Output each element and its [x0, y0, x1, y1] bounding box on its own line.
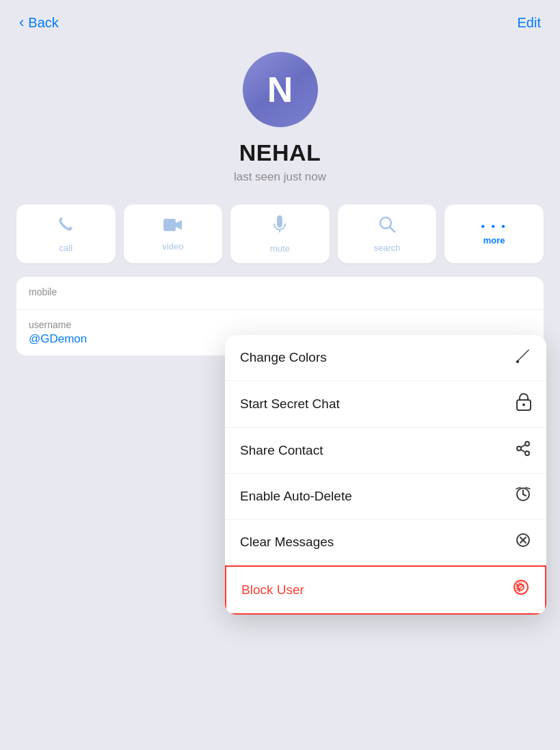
clear-messages-icon	[515, 532, 531, 552]
mobile-row: mobile	[16, 277, 544, 310]
share-contact-label: Share Contact	[240, 443, 323, 458]
mute-button[interactable]: mute	[230, 204, 330, 263]
start-secret-chat-item[interactable]: Start Secret Chat	[225, 381, 546, 428]
video-icon	[163, 216, 183, 237]
back-button[interactable]: ‹ Back	[19, 14, 59, 31]
enable-auto-delete-label: Enable Auto-Delete	[240, 489, 352, 504]
start-secret-chat-label: Start Secret Chat	[240, 397, 340, 412]
share-contact-icon	[515, 440, 531, 461]
mute-label: mute	[270, 243, 290, 254]
search-icon	[377, 215, 397, 239]
share-contact-item[interactable]: Share Contact	[225, 428, 546, 474]
action-buttons-row: call video mute search ● ● ● m	[0, 204, 560, 263]
back-chevron-icon: ‹	[19, 14, 24, 31]
enable-auto-delete-item[interactable]: Enable Auto-Delete	[225, 474, 546, 520]
mobile-label: mobile	[29, 286, 531, 297]
svg-line-10	[523, 494, 526, 496]
enable-auto-delete-icon	[515, 486, 531, 507]
block-user-item[interactable]: Block User	[225, 565, 546, 615]
search-button[interactable]: search	[338, 204, 437, 263]
change-colors-item[interactable]: Change Colors	[225, 335, 546, 381]
block-user-icon	[512, 579, 530, 601]
profile-status: last seen just now	[234, 170, 326, 184]
call-icon	[56, 215, 75, 239]
video-button[interactable]: video	[124, 204, 223, 263]
change-colors-label: Change Colors	[240, 350, 327, 365]
edit-button[interactable]: Edit	[518, 15, 541, 31]
svg-line-7	[521, 450, 526, 453]
search-label: search	[374, 243, 401, 253]
back-label: Back	[28, 15, 58, 31]
video-label: video	[162, 241, 183, 252]
call-label: call	[59, 243, 73, 253]
mute-icon	[271, 214, 288, 239]
dropdown-menu: Change Colors Start Secret Chat Share Co…	[225, 335, 546, 615]
username-label: username	[29, 319, 531, 330]
avatar: N	[243, 52, 318, 127]
start-secret-chat-icon	[516, 393, 531, 415]
svg-point-5	[522, 403, 525, 406]
clear-messages-item[interactable]: Clear Messages	[225, 520, 546, 565]
profile-section: N NEHAL last seen just now	[0, 38, 560, 204]
more-button[interactable]: ● ● ● more	[444, 204, 544, 263]
call-button[interactable]: call	[16, 204, 116, 263]
svg-line-2	[390, 227, 395, 232]
header: ‹ Back Edit	[0, 0, 560, 38]
avatar-letter: N	[267, 69, 293, 110]
change-colors-icon	[515, 347, 531, 368]
block-user-label: Block User	[241, 582, 304, 598]
svg-line-6	[521, 445, 526, 448]
svg-rect-0	[163, 219, 176, 231]
more-icon: ● ● ●	[481, 222, 507, 230]
clear-messages-label: Clear Messages	[240, 535, 334, 550]
profile-name: NEHAL	[239, 139, 321, 166]
more-label: more	[483, 235, 505, 245]
